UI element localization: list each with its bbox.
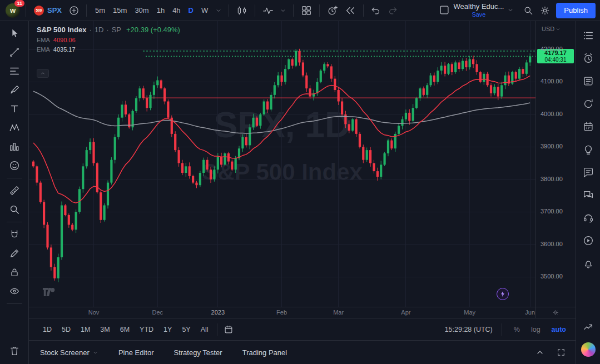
- user-menu-button[interactable]: w 11: [4, 2, 21, 19]
- legend-interval[interactable]: 1D: [95, 26, 104, 34]
- tool-trash[interactable]: [4, 342, 25, 360]
- tool-cursor[interactable]: [4, 24, 25, 42]
- ai-assistant-icon: [581, 342, 596, 357]
- toolbar-divider: [7, 178, 22, 178]
- separator: [86, 4, 87, 17]
- publish-button[interactable]: Publish: [556, 3, 596, 18]
- tool-emoji[interactable]: [4, 157, 25, 174]
- range-5D[interactable]: 5D: [57, 323, 76, 336]
- sidebar-ideas-button[interactable]: [579, 141, 598, 158]
- tool-measure[interactable]: [4, 182, 25, 200]
- quick-trade-flash-button[interactable]: [497, 288, 509, 300]
- zoom-icon: [8, 203, 21, 216]
- tool-forecast[interactable]: [4, 138, 25, 156]
- time-axis[interactable]: NovDec2023FebMarAprMayJun: [29, 307, 576, 318]
- settings-button[interactable]: [537, 3, 553, 18]
- legend-collapse-button[interactable]: [37, 69, 49, 78]
- compare-button[interactable]: [66, 3, 82, 18]
- chart-plot[interactable]: SPX, 1D S&P 500 Index S&P 500 Index · 1D…: [29, 21, 535, 307]
- tool-brush[interactable]: [4, 81, 25, 99]
- undo-button[interactable]: [368, 3, 384, 18]
- chart-style-button[interactable]: [234, 2, 250, 19]
- auto-scale-button[interactable]: auto: [549, 324, 569, 335]
- xabcd-pattern-icon: [8, 122, 21, 134]
- tool-eye[interactable]: [4, 282, 25, 300]
- sidebar-support-button[interactable]: [579, 209, 598, 227]
- price-axis-currency[interactable]: USD: [542, 26, 561, 32]
- calendar-icon: [582, 121, 594, 133]
- sidebar-chat-button[interactable]: [579, 163, 598, 181]
- timeframe-D[interactable]: D: [185, 4, 197, 17]
- indicators-menu-button[interactable]: [277, 5, 289, 16]
- panel-tab-strategy-tester[interactable]: Strategy Tester: [173, 348, 222, 357]
- panel-tab-pine-editor[interactable]: Pine Editor: [118, 348, 154, 357]
- ema-fast-legend[interactable]: EMA 4090.06: [37, 37, 180, 43]
- indicator-templates-button[interactable]: [298, 2, 315, 19]
- timeframe-5m[interactable]: 5m: [91, 4, 109, 17]
- goto-date-button[interactable]: [221, 322, 236, 337]
- timeframe-1h[interactable]: 1h: [153, 4, 168, 17]
- range-1Y[interactable]: 1Y: [158, 323, 177, 336]
- tool-xabcd-pattern[interactable]: [4, 119, 25, 137]
- sidebar-conversations-button[interactable]: [579, 186, 598, 204]
- sidebar-calendar-button[interactable]: [579, 118, 598, 136]
- quick-search-button[interactable]: [520, 3, 536, 18]
- tool-lock[interactable]: [4, 263, 25, 281]
- bottom-panel-tabs: Stock ScreenerPine EditorStrategy Tester…: [40, 348, 287, 357]
- sidebar-hotlists-button[interactable]: [579, 95, 598, 113]
- sidebar-alerts-button[interactable]: [579, 49, 598, 67]
- range-5Y[interactable]: 5Y: [177, 323, 195, 336]
- bar-replay-button[interactable]: [342, 2, 359, 19]
- range-1M[interactable]: 1M: [76, 323, 95, 336]
- sidebar-watchlist-button[interactable]: [579, 27, 598, 44]
- symbol-search-button[interactable]: 500 SPX: [31, 6, 65, 16]
- tool-text[interactable]: [4, 100, 25, 118]
- tool-trend-line[interactable]: [4, 43, 25, 61]
- redo-button[interactable]: [385, 3, 400, 18]
- panel-maximize-button[interactable]: [554, 346, 568, 359]
- separator: [217, 323, 217, 336]
- sidebar-notifications-button[interactable]: [579, 255, 598, 272]
- sidebar-streams-button[interactable]: [579, 232, 598, 250]
- maximize-icon: [557, 348, 566, 357]
- range-All[interactable]: All: [196, 323, 214, 336]
- timeframe-4h[interactable]: 4h: [168, 4, 184, 17]
- clock-utc[interactable]: 15:29:28 (UTC): [445, 326, 493, 333]
- brush-icon: [8, 84, 21, 96]
- sidebar-ai-button[interactable]: [579, 341, 598, 358]
- panel-tab-stock-screener[interactable]: Stock Screener: [40, 348, 98, 357]
- log-scale-button[interactable]: log: [528, 324, 543, 335]
- price-axis[interactable]: USD 4179.17 04:40:31 4200.004100.004000.…: [535, 21, 576, 307]
- timeframe-30m[interactable]: 30m: [131, 4, 152, 17]
- range-YTD[interactable]: YTD: [135, 323, 158, 336]
- percent-scale-button[interactable]: %: [511, 324, 523, 335]
- sidebar-markets-button[interactable]: [579, 318, 598, 336]
- forecast-icon: [8, 141, 21, 153]
- range-6M[interactable]: 6M: [115, 323, 135, 336]
- layout-menu[interactable]: Wealthy Educ... Save: [438, 3, 514, 17]
- tool-draw[interactable]: [4, 245, 25, 262]
- range-3M[interactable]: 3M: [95, 323, 115, 336]
- legend-symbol-title[interactable]: S&P 500 Index: [37, 26, 86, 34]
- save-layout-button[interactable]: Save: [472, 11, 485, 18]
- indicators-button[interactable]: [260, 2, 276, 19]
- tool-zoom[interactable]: [4, 201, 25, 218]
- panel-tab-trading-panel[interactable]: Trading Panel: [242, 348, 287, 357]
- timeframe-W[interactable]: W: [197, 4, 212, 17]
- sidebar-news-button[interactable]: [579, 72, 598, 90]
- price-tick-4100: 4100.00: [541, 78, 563, 84]
- axis-settings-corner[interactable]: [535, 307, 576, 318]
- separator: [502, 323, 502, 336]
- tool-magnet[interactable]: [4, 226, 25, 243]
- redo-icon: [387, 5, 398, 16]
- chat-icon: [582, 166, 594, 178]
- ema-slow-legend[interactable]: EMA 4035.17: [37, 46, 180, 53]
- create-alert-button[interactable]: [324, 2, 341, 19]
- ideas-icon: [582, 143, 594, 156]
- timeframe-menu-button[interactable]: [213, 5, 224, 16]
- conversations-icon: [582, 189, 594, 201]
- timeframe-15m[interactable]: 15m: [109, 4, 131, 17]
- range-1D[interactable]: 1D: [38, 323, 57, 336]
- tool-fib-retracement[interactable]: [4, 62, 25, 80]
- panel-expand-button[interactable]: [533, 346, 547, 359]
